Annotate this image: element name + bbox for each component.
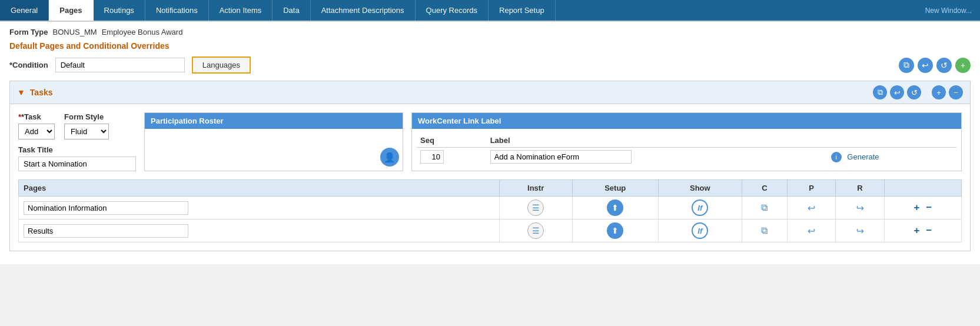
task-col: **Task Add View Edit (18, 112, 55, 139)
remove-row-btn-0[interactable]: − (926, 202, 932, 213)
r-cell-0: ↩ (836, 197, 884, 219)
tasks-undo-btn[interactable]: ↩ (890, 85, 904, 99)
top-navigation: General Pages Routings Notifications Act… (0, 0, 980, 22)
setup-cell-0: ⬆ (572, 197, 658, 219)
workcenter-actions-header (825, 134, 956, 148)
workcenter-label-cell (487, 148, 825, 167)
participation-roster-body: 👤 (145, 129, 403, 170)
page-name-input-1[interactable] (24, 224, 188, 238)
add-row-btn-0[interactable]: + (914, 202, 920, 213)
workcenter-seq-cell (417, 148, 487, 167)
r-icon-1[interactable]: ↩ (856, 225, 864, 237)
task-form-row: **Task Add View Edit Form Style Fluid (18, 112, 136, 139)
page-name-cell-0 (19, 197, 500, 219)
setup-btn-1[interactable]: ⬆ (607, 222, 623, 239)
task-title-col: Task Title (18, 145, 136, 171)
left-task-group: **Task Add View Edit Form Style Fluid (18, 112, 136, 171)
participation-roster-header: Participation Roster (145, 113, 403, 129)
c-cell-1: ⧉ (742, 219, 787, 242)
nav-query-records[interactable]: Query Records (416, 0, 489, 21)
tasks-container: ▼ Tasks ⧉ ↩ ↺ + − **Task (9, 81, 971, 251)
c-icon-0[interactable]: ⧉ (761, 202, 768, 212)
nav-notifications[interactable]: Notifications (145, 0, 209, 21)
task-select[interactable]: Add View Edit (18, 124, 55, 139)
form-type-row: Form Type BONUS_MM Employee Bonus Award (9, 28, 971, 36)
nav-pages[interactable]: Pages (49, 0, 93, 21)
instr-cell-1: ☰ (499, 219, 572, 242)
condition-row: *Condition Languages ⧉ ↩ ↺ + (9, 56, 971, 74)
condition-input[interactable] (55, 58, 185, 72)
nav-report-setup[interactable]: Report Setup (489, 0, 556, 21)
actions-cell-0: + − (884, 197, 961, 219)
top-action-icons: ⧉ ↩ ↺ + (899, 58, 971, 73)
show-btn-1[interactable]: If (692, 222, 708, 239)
show-col-header: Show (658, 180, 742, 197)
tasks-collapse-icon[interactable]: ▼ (17, 88, 25, 97)
nav-routings[interactable]: Routings (94, 0, 145, 21)
workcenter-section: WorkCenter Link Label Seq Label (411, 112, 962, 171)
setup-cell-1: ⬆ (572, 219, 658, 242)
tasks-refresh-btn[interactable]: ↺ (907, 85, 921, 99)
tasks-copy-btn[interactable]: ⧉ (873, 85, 887, 99)
workcenter-actions-cell: i Generate (825, 148, 956, 167)
p-icon-0[interactable]: ↩ (808, 203, 815, 213)
pages-table: Pages Instr Setup Show C P R (18, 179, 962, 242)
workcenter-label-header: Label (487, 134, 825, 148)
nav-general[interactable]: General (0, 0, 49, 21)
form-type-description: Employee Bonus Award (102, 28, 183, 36)
languages-button[interactable]: Languages (192, 56, 251, 74)
workcenter-header: WorkCenter Link Label (412, 113, 961, 129)
instr-btn-0[interactable]: ☰ (527, 199, 544, 216)
r-cell-1: ↩ (836, 219, 884, 242)
p-col-header: P (787, 180, 835, 197)
participation-person-icon-btn[interactable]: 👤 (380, 148, 399, 167)
r-icon-0[interactable]: ↩ (856, 202, 864, 214)
setup-btn-0[interactable]: ⬆ (607, 199, 623, 216)
workcenter-table: Seq Label (417, 134, 956, 166)
add-row-btn-1[interactable]: + (914, 225, 920, 236)
pages-col-header: Pages (19, 180, 500, 197)
c-icon-1[interactable]: ⧉ (761, 225, 768, 235)
task-title-label: Task Title (18, 145, 136, 154)
copy-icon-btn-top[interactable]: ⧉ (899, 58, 914, 73)
tasks-header: ▼ Tasks ⧉ ↩ ↺ + − (10, 81, 970, 104)
workcenter-seq-input[interactable] (420, 150, 444, 164)
p-cell-1: ↩ (787, 219, 835, 242)
nav-action-items[interactable]: Action Items (209, 0, 273, 21)
workcenter-body: Seq Label (412, 129, 961, 171)
tasks-minus-btn[interactable]: − (949, 85, 963, 99)
main-content: Form Type BONUS_MM Employee Bonus Award … (0, 22, 980, 264)
nav-attachment-descriptions[interactable]: Attachment Descriptions (311, 0, 416, 21)
mid-row: **Task Add View Edit Form Style Fluid (18, 112, 962, 171)
table-row: ☰ ⬆ If ⧉ ↩ (19, 197, 962, 219)
c-cell-0: ⧉ (742, 197, 787, 219)
tasks-add-btn[interactable]: + (932, 85, 946, 99)
workcenter-row: i Generate (417, 148, 956, 167)
refresh-icon-btn-top[interactable]: ↺ (936, 58, 952, 73)
add-icon-btn-top[interactable]: + (955, 58, 971, 73)
tasks-action-icons: ⧉ ↩ ↺ + − (873, 85, 963, 99)
form-style-col: Form Style Fluid Classic (64, 112, 109, 139)
generate-link[interactable]: Generate (847, 152, 879, 161)
condition-label: *Condition (9, 61, 48, 69)
remove-row-btn-1[interactable]: − (926, 225, 932, 236)
instr-btn-1[interactable]: ☰ (527, 222, 544, 239)
workcenter-seq-header: Seq (417, 134, 487, 148)
task-label: **Task (18, 112, 55, 121)
tasks-title: Tasks (30, 88, 53, 97)
form-type-label: Form Type (9, 28, 48, 36)
p-icon-1[interactable]: ↩ (808, 226, 815, 236)
undo-icon-btn-top[interactable]: ↩ (918, 58, 933, 73)
actions-cell-1: + − (884, 219, 961, 242)
form-type-code: BONUS_MM (53, 28, 97, 36)
form-style-select[interactable]: Fluid Classic (64, 124, 109, 139)
page-name-input-0[interactable] (24, 201, 188, 215)
tasks-body: **Task Add View Edit Form Style Fluid (10, 104, 970, 251)
task-title-input[interactable] (18, 157, 136, 171)
workcenter-label-input[interactable] (490, 150, 632, 164)
nav-data[interactable]: Data (273, 0, 310, 21)
section-title: Default Pages and Conditional Overrides (9, 41, 971, 51)
show-btn-0[interactable]: If (692, 199, 708, 216)
new-window-link[interactable]: New Window... (917, 0, 980, 21)
info-icon[interactable]: i (831, 152, 842, 162)
